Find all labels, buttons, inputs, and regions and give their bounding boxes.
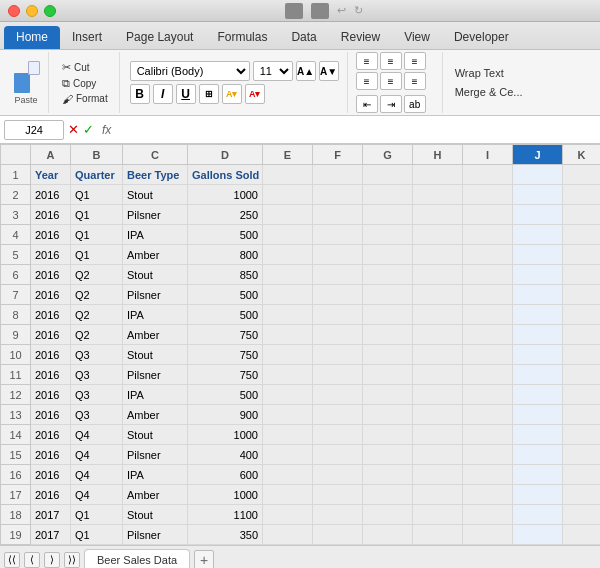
cell-i8[interactable]: [463, 305, 513, 325]
cell-b14[interactable]: Q4: [71, 425, 123, 445]
cell-g7[interactable]: [363, 285, 413, 305]
cell-d9[interactable]: 750: [188, 325, 263, 345]
cell-e4[interactable]: [263, 225, 313, 245]
cell-j18[interactable]: [513, 505, 563, 525]
cell-j17[interactable]: [513, 485, 563, 505]
cell-a2[interactable]: 2016: [31, 185, 71, 205]
add-sheet-button[interactable]: +: [194, 550, 214, 569]
cell-e2[interactable]: [263, 185, 313, 205]
cell-e6[interactable]: [263, 265, 313, 285]
cell-c13[interactable]: Amber: [123, 405, 188, 425]
cell-h15[interactable]: [413, 445, 463, 465]
cell-k16[interactable]: [563, 465, 601, 485]
cell-f2[interactable]: [313, 185, 363, 205]
col-header-j[interactable]: J: [513, 145, 563, 165]
cell-a17[interactable]: 2016: [31, 485, 71, 505]
cell-b1[interactable]: Quarter: [71, 165, 123, 185]
tab-data[interactable]: Data: [279, 26, 328, 49]
cell-j16[interactable]: [513, 465, 563, 485]
minimize-button[interactable]: [26, 5, 38, 17]
cell-d2[interactable]: 1000: [188, 185, 263, 205]
cell-e17[interactable]: [263, 485, 313, 505]
cell-c9[interactable]: Amber: [123, 325, 188, 345]
cell-a4[interactable]: 2016: [31, 225, 71, 245]
cell-b3[interactable]: Q1: [71, 205, 123, 225]
cell-j13[interactable]: [513, 405, 563, 425]
cell-reference-input[interactable]: [4, 120, 64, 140]
cell-f18[interactable]: [313, 505, 363, 525]
fill-color-button[interactable]: A▾: [222, 84, 242, 104]
cell-e13[interactable]: [263, 405, 313, 425]
cell-e3[interactable]: [263, 205, 313, 225]
cell-g12[interactable]: [363, 385, 413, 405]
indent-decrease-button[interactable]: ⇤: [356, 95, 378, 113]
cell-c3[interactable]: Pilsner: [123, 205, 188, 225]
cell-c6[interactable]: Stout: [123, 265, 188, 285]
cell-e7[interactable]: [263, 285, 313, 305]
confirm-formula-icon[interactable]: ✓: [83, 122, 94, 137]
cell-d16[interactable]: 600: [188, 465, 263, 485]
cell-d17[interactable]: 1000: [188, 485, 263, 505]
cell-b19[interactable]: Q1: [71, 525, 123, 545]
maximize-button[interactable]: [44, 5, 56, 17]
cell-j7[interactable]: [513, 285, 563, 305]
tab-review[interactable]: Review: [329, 26, 392, 49]
cell-j5[interactable]: [513, 245, 563, 265]
cell-j3[interactable]: [513, 205, 563, 225]
cell-c18[interactable]: Stout: [123, 505, 188, 525]
cell-a15[interactable]: 2016: [31, 445, 71, 465]
cell-d12[interactable]: 500: [188, 385, 263, 405]
cell-h3[interactable]: [413, 205, 463, 225]
cell-h9[interactable]: [413, 325, 463, 345]
cell-j1[interactable]: [513, 165, 563, 185]
cell-b11[interactable]: Q3: [71, 365, 123, 385]
redo-icon[interactable]: ↻: [354, 4, 363, 17]
cell-d18[interactable]: 1100: [188, 505, 263, 525]
cell-a14[interactable]: 2016: [31, 425, 71, 445]
cell-g16[interactable]: [363, 465, 413, 485]
cell-g13[interactable]: [363, 405, 413, 425]
bold-button[interactable]: B: [130, 84, 150, 104]
cell-i6[interactable]: [463, 265, 513, 285]
cell-d5[interactable]: 800: [188, 245, 263, 265]
cell-h5[interactable]: [413, 245, 463, 265]
cell-f14[interactable]: [313, 425, 363, 445]
cell-c16[interactable]: IPA: [123, 465, 188, 485]
cell-g3[interactable]: [363, 205, 413, 225]
cell-a7[interactable]: 2016: [31, 285, 71, 305]
cell-g8[interactable]: [363, 305, 413, 325]
tab-view[interactable]: View: [392, 26, 442, 49]
col-header-i[interactable]: I: [463, 145, 513, 165]
cell-g4[interactable]: [363, 225, 413, 245]
cell-f19[interactable]: [313, 525, 363, 545]
cell-h4[interactable]: [413, 225, 463, 245]
cell-i18[interactable]: [463, 505, 513, 525]
cell-i5[interactable]: [463, 245, 513, 265]
cell-j8[interactable]: [513, 305, 563, 325]
cell-b10[interactable]: Q3: [71, 345, 123, 365]
cell-b16[interactable]: Q4: [71, 465, 123, 485]
cell-j15[interactable]: [513, 445, 563, 465]
cell-a9[interactable]: 2016: [31, 325, 71, 345]
cell-j9[interactable]: [513, 325, 563, 345]
cell-f5[interactable]: [313, 245, 363, 265]
cell-i4[interactable]: [463, 225, 513, 245]
cell-k15[interactable]: [563, 445, 601, 465]
cell-g5[interactable]: [363, 245, 413, 265]
cell-g15[interactable]: [363, 445, 413, 465]
cell-f7[interactable]: [313, 285, 363, 305]
cell-k14[interactable]: [563, 425, 601, 445]
italic-button[interactable]: I: [153, 84, 173, 104]
cell-i7[interactable]: [463, 285, 513, 305]
cell-k18[interactable]: [563, 505, 601, 525]
cell-g6[interactable]: [363, 265, 413, 285]
cell-i10[interactable]: [463, 345, 513, 365]
cell-i11[interactable]: [463, 365, 513, 385]
cell-d4[interactable]: 500: [188, 225, 263, 245]
cell-g14[interactable]: [363, 425, 413, 445]
cell-h19[interactable]: [413, 525, 463, 545]
cell-i16[interactable]: [463, 465, 513, 485]
cell-b17[interactable]: Q4: [71, 485, 123, 505]
cell-e12[interactable]: [263, 385, 313, 405]
copy-button[interactable]: ⧉ Copy: [59, 76, 111, 91]
